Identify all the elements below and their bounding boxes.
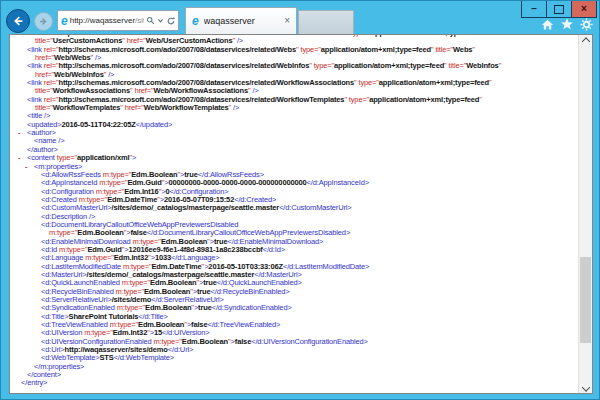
url-host: http://waqasserver (70, 16, 135, 25)
scroll-down-button[interactable] (579, 378, 592, 393)
minimize-button[interactable]: – (522, 1, 546, 17)
collapse-toggle[interactable]: - (25, 163, 34, 171)
xml-line: <d:Language m:type="Edm.Int32">1033</d:L… (10, 254, 578, 262)
url-path: /sites/d (135, 16, 144, 25)
xml-line: </author> (10, 146, 578, 154)
xml-line: <d:DocumentLibraryCalloutOfficeWebAppPre… (10, 221, 578, 229)
xml-line: title="WorkflowAssociations" href="Web/W… (10, 87, 578, 95)
url-text[interactable]: http://waqasserver/sites/d (70, 16, 144, 25)
xml-line: <d:LastItemModifiedDate m:type="Edm.Date… (10, 263, 578, 271)
xml-line: -<author> (10, 129, 578, 137)
xml-line: <d:Title>SharePoint Tutorials</d:Title> (10, 313, 578, 321)
browser-window: – × e http://waqasserver/sites/d (0, 0, 600, 400)
xml-line: <d:AllowRssFeeds m:type="Edm.Boolean">tr… (10, 171, 578, 179)
chevron-down-icon[interactable] (157, 17, 164, 24)
xml-line: <link rel="http://schemas.microsoft.com/… (10, 79, 578, 87)
xml-line: </entry> (10, 379, 578, 387)
xml-line: m:type="Edm.Boolean">false</d:DocumentLi… (10, 229, 578, 237)
xml-line: </content> (10, 371, 578, 379)
xml-line: <updated>2016-05-11T04:22:05Z</updated> (10, 121, 578, 129)
address-bar-controls (146, 16, 176, 26)
caption-button-group: – × (521, 1, 597, 18)
vertical-scrollbar[interactable] (578, 35, 592, 393)
tab-label: waqasserver (204, 16, 283, 26)
xml-line: </m:properties> (10, 363, 578, 371)
page-content: <link rel="http://schemas.microsoft.com/… (9, 34, 593, 394)
new-tab-button[interactable] (298, 10, 354, 34)
minimize-icon: – (531, 4, 537, 14)
xml-line: <d:WebTemplate>STS</d:WebTemplate> (10, 354, 578, 362)
xml-line: title="WorkflowTemplates" href="Web/Work… (10, 104, 578, 112)
xml-line: <d:Url>http://waqasserver/sites/demo</d:… (10, 346, 578, 354)
xml-line: <d:QuickLaunchEnabled m:type="Edm.Boolea… (10, 279, 578, 287)
xml-line: <d:AppInstanceId m:type="Edm.Guid">00000… (10, 179, 578, 187)
xml-line: -<m:properties> (10, 163, 578, 171)
close-icon: × (581, 4, 587, 14)
xml-line: <link rel="http://schemas.microsoft.com/… (10, 96, 578, 104)
xml-line: <d:UIVersionConfigurationEnabled m:type=… (10, 338, 578, 346)
xml-line: <d:Configuration m:type="Edm.Int16">0</d… (10, 188, 578, 196)
xml-line: <d:MasterUrl>/sites/demo/_catalogs/maste… (10, 271, 578, 279)
xml-line: <d:SyndicationEnabled m:type="Edm.Boolea… (10, 304, 578, 312)
xml-line: <title /> (10, 112, 578, 120)
xml-line: title="UserCustomActions" href="Web/User… (10, 37, 578, 45)
refresh-icon[interactable] (166, 16, 176, 26)
browser-toolbar (541, 17, 593, 31)
xml-line: href="Web/WebInfos" /> (10, 71, 578, 79)
xml-line: <name /> (10, 137, 578, 145)
address-bar[interactable]: e http://waqasserver/sites/d (57, 10, 179, 31)
tab-close-icon[interactable]: × (283, 16, 291, 26)
chevron-down-scroll-icon (581, 383, 589, 391)
forward-arrow-icon (38, 16, 49, 27)
collapse-toggle[interactable]: - (18, 129, 27, 137)
maximize-button[interactable] (546, 1, 571, 17)
maximize-icon (554, 5, 564, 14)
back-arrow-icon (11, 14, 25, 28)
settings-gear-icon[interactable] (580, 18, 593, 31)
search-icon[interactable] (146, 16, 155, 25)
xml-line: <link rel="http://schemas.microsoft.com/… (10, 62, 578, 70)
tab-waqasserver[interactable]: e waqasserver × (185, 7, 297, 34)
xml-line: <d:EnableMinimalDownload m:type="Edm.Boo… (10, 238, 578, 246)
xml-line: -<content type="application/xml"> (10, 154, 578, 162)
close-button[interactable]: × (571, 1, 596, 17)
xml-line: <d:Created m:type="Edm.DateTime">2016-05… (10, 196, 578, 204)
xml-line: <d:Description /> (10, 213, 578, 221)
xml-line: <d:ServerRelativeUrl>/sites/demo</d:Serv… (10, 296, 578, 304)
back-button[interactable] (6, 9, 30, 33)
xml-line: <d:RecycleBinEnabled m:type="Edm.Boolean… (10, 288, 578, 296)
xml-line: <d:TreeViewEnabled m:type="Edm.Boolean">… (10, 321, 578, 329)
forward-button[interactable] (34, 12, 53, 31)
home-icon[interactable] (541, 18, 554, 31)
xml-document: <link rel="http://schemas.microsoft.com/… (10, 34, 578, 393)
collapse-toggle[interactable]: - (18, 154, 27, 162)
favorites-star-icon[interactable] (560, 17, 574, 31)
scrollbar-thumb[interactable] (580, 257, 591, 343)
tab-favicon-ie-icon: e (192, 15, 199, 27)
xml-line: <d:Id m:type="Edm.Guid">12016ee9-f6e1-4f… (10, 246, 578, 254)
xml-line: <d:CustomMasterUrl>/sites/demo/_catalogs… (10, 204, 578, 212)
xml-line: href="Web/Webs" /> (10, 54, 578, 62)
xml-line: <link rel="http://schemas.microsoft.com/… (10, 46, 578, 54)
xml-line: <d:UIVersion m:type="Edm.Int32">15</d:UI… (10, 329, 578, 337)
chevron-up-icon (581, 37, 589, 45)
scroll-up-button[interactable] (579, 35, 592, 50)
ie-favicon: e (61, 15, 68, 27)
